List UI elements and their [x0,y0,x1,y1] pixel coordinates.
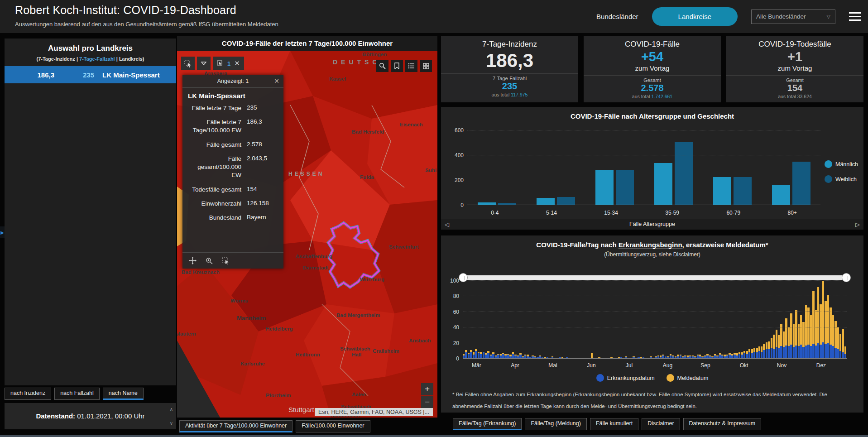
map-tab-f-lle-100-000-einwohner[interactable]: Fälle/100.000 Einwohner [296,420,370,432]
daily-bar[interactable] [483,352,484,359]
daily-bar[interactable] [780,324,782,359]
daily-bar[interactable] [480,352,482,359]
daily-bar[interactable] [800,315,802,359]
daily-bar[interactable] [822,281,824,359]
slider-handle-right[interactable] [842,273,851,282]
daily-bar[interactable] [473,352,475,359]
map-tab-aktivit-t-ber-7-tage-100-000-einwohner[interactable]: Aktivität über 7 Tage/100.000 Einwohner [179,420,293,432]
bar-weiblich-5-14[interactable] [557,197,575,205]
scroll-up-icon[interactable]: ∧ [170,407,173,412]
page-left-icon[interactable]: ◁ [441,221,453,228]
bar-männlich-80+[interactable] [772,185,790,205]
chart-tab-f-lle-tag-meldung-[interactable]: Fälle/Tag (Meldung) [525,418,586,430]
pan-to-icon[interactable] [189,257,197,264]
select-dropdown-icon[interactable] [197,57,211,70]
daily-bar[interactable] [790,313,792,359]
daily-bar[interactable] [778,335,780,359]
sidebar-expander-icon[interactable]: ▶ [0,226,5,238]
daily-bar[interactable] [475,349,477,359]
bar-weiblich-15-34[interactable] [616,170,634,205]
daily-bar[interactable] [773,335,775,359]
close-icon[interactable]: ✕ [270,77,283,85]
age-bar-group-80+[interactable] [772,162,810,205]
daily-bar[interactable] [470,350,472,359]
map[interactable]: GöttingenDEUTSCHArnsbergKasselEisenachBa… [177,51,437,418]
daily-bar[interactable] [753,348,755,359]
bar-männlich-15-34[interactable] [595,170,614,205]
daily-bar[interactable] [487,351,489,359]
daily-bar[interactable] [805,305,807,359]
chart-tab-disclaimer[interactable]: Disclaimer [642,418,680,430]
daily-bar[interactable] [810,315,812,359]
scroll-down-icon[interactable]: ∨ [170,421,173,426]
daily-bar[interactable] [768,341,770,359]
zoom-in-button[interactable]: + [421,383,433,395]
age-bar-group-60-79[interactable] [713,177,752,205]
daily-bar[interactable] [807,307,809,359]
daily-bar[interactable] [512,352,514,359]
daily-bar[interactable] [837,327,839,359]
daily-bar[interactable] [842,329,844,359]
daily-bar[interactable] [739,352,740,359]
daily-bar[interactable] [793,324,795,359]
daily-bar[interactable] [812,291,814,359]
daily-bar[interactable] [492,352,494,359]
menu-icon[interactable] [849,12,861,21]
daily-bar[interactable] [820,304,821,359]
daily-bar[interactable] [743,351,745,359]
age-bar-group-15-34[interactable] [595,170,634,205]
daily-bar[interactable] [751,349,753,359]
sort-link-fallzahl[interactable]: 7-Tage-Fallzahl [79,56,115,62]
daily-bar[interactable] [798,324,800,359]
daily-chart[interactable]: 020406080100 [463,281,847,359]
daily-bar[interactable] [839,334,841,359]
daily-bar[interactable] [817,287,819,359]
sort-tab-nach-inzidenz[interactable]: nach Inzidenz [5,388,51,400]
bar-weiblich-60-79[interactable] [734,177,752,205]
chart-tab-f-lle-tag-erkrankung-[interactable]: Fälle/Tag (Erkrankung) [453,418,522,430]
daily-bar[interactable] [746,351,748,359]
daily-bar[interactable] [771,338,772,359]
list-item-selected[interactable]: 186,3 235 LK Main-Spessart [5,66,176,83]
sort-tab-nach-fallzahl[interactable]: nach Fallzahl [54,388,100,400]
search-icon[interactable] [376,60,388,72]
age-bar-group-5-14[interactable] [537,197,575,205]
daily-bar[interactable] [766,342,767,359]
daily-bar[interactable] [763,344,765,359]
select-tool-icon[interactable] [181,57,195,70]
bundesland-dropdown[interactable]: Alle Bundesländer ▽ [751,10,835,24]
bookmark-icon[interactable] [391,60,403,72]
legend-list-icon[interactable] [405,60,417,72]
bar-weiblich-80+[interactable] [792,162,810,205]
nav-landkreise[interactable]: Landkreise [652,7,738,26]
bottom-scroll-strip[interactable] [0,435,868,437]
bar-männlich-5-14[interactable] [537,198,555,206]
bar-männlich-35-59[interactable] [654,163,672,206]
daily-bar[interactable] [788,327,790,359]
chart-tab-f-lle-kumuliert[interactable]: Fälle kumuliert [590,418,638,430]
basemap-grid-icon[interactable] [420,60,432,72]
daily-bar[interactable] [478,352,480,359]
bar-männlich-60-79[interactable] [713,177,731,205]
daily-bar[interactable] [785,318,787,359]
age-bar-group-35-59[interactable] [654,142,693,205]
chart-tab-datenschutz-impressum[interactable]: Datenschutz & Impressum [683,418,762,430]
sort-tab-nach-name[interactable]: nach Name [103,388,144,400]
daily-bar[interactable] [761,346,762,359]
daily-bar[interactable] [830,307,831,359]
page-right-icon[interactable]: ▷ [852,221,863,228]
daily-bar[interactable] [758,346,760,359]
erkrankungsbeginn-link[interactable]: Erkrankungsbeginn [619,241,682,249]
zoom-out-button[interactable]: − [421,396,433,408]
daily-bar[interactable] [832,315,834,359]
bar-weiblich-35-59[interactable] [675,142,693,205]
daily-bar[interactable] [795,310,797,359]
select-features-icon[interactable] [222,257,230,264]
clear-selection-icon[interactable]: ✕ [234,59,240,67]
daily-bar[interactable] [741,352,743,359]
daily-bar[interactable] [783,331,785,359]
daily-bar[interactable] [844,346,846,359]
zoom-to-icon[interactable] [206,257,213,264]
daily-bar[interactable] [825,301,826,359]
daily-bar[interactable] [465,350,467,359]
